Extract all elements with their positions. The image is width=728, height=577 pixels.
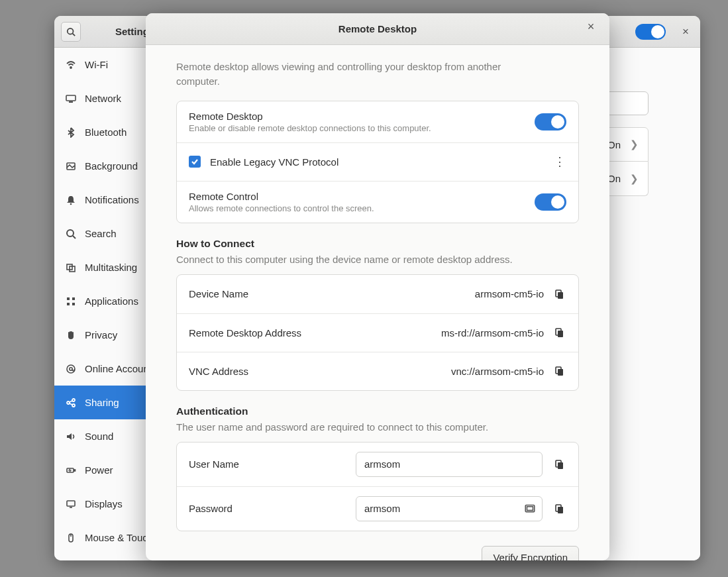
- svg-point-0: [68, 28, 74, 34]
- svg-rect-3: [66, 95, 76, 101]
- row-label: Password: [189, 503, 356, 514]
- svg-rect-4: [69, 101, 73, 103]
- svg-rect-33: [558, 369, 563, 376]
- row-label: Remote Desktop Address: [189, 327, 441, 339]
- bell-icon: [64, 195, 78, 205]
- reveal-password-button[interactable]: [524, 502, 536, 514]
- check-icon: [191, 158, 199, 166]
- row-subtitle: Enable or disable remote desktop connect…: [189, 123, 535, 133]
- sidebar-item-label: Sharing: [85, 397, 119, 408]
- vnc-address-row: VNC Address vnc://armsom-cm5-io: [177, 352, 578, 390]
- svg-point-2: [70, 67, 72, 68]
- copy-vnc-address[interactable]: [552, 364, 566, 378]
- copy-password[interactable]: [552, 501, 566, 516]
- sidebar-item-label: Bluetooth: [85, 127, 127, 138]
- mouse-icon: [64, 533, 78, 543]
- settings-close[interactable]: ×: [678, 25, 694, 38]
- row-subtitle: Allows remote connections to control the…: [189, 203, 535, 213]
- copy-icon: [554, 366, 564, 376]
- background-icon: [64, 161, 78, 172]
- svg-line-1: [73, 33, 76, 36]
- search-icon: [66, 27, 76, 36]
- legacy-vnc-row: Enable Legacy VNC Protocol ⋮: [177, 142, 578, 181]
- remote-desktop-toggle-row: Remote Desktop Enable or disable remote …: [177, 101, 578, 142]
- remote-control-row: Remote Control Allows remote connections…: [177, 181, 578, 223]
- svg-line-20: [70, 401, 72, 402]
- svg-rect-14: [72, 303, 75, 305]
- svg-rect-31: [558, 331, 563, 337]
- how-to-connect-heading: How to Connect: [176, 238, 579, 250]
- dialog-title: Remote Desktop: [338, 23, 417, 34]
- sidebar-item-label: Sound: [85, 431, 113, 442]
- username-input[interactable]: [356, 452, 543, 477]
- svg-point-6: [70, 203, 72, 205]
- password-input[interactable]: [356, 496, 543, 521]
- row-label: Device Name: [189, 288, 475, 299]
- battery-icon: [64, 465, 78, 476]
- dialog-close[interactable]: ×: [583, 20, 599, 34]
- copy-icon: [554, 459, 564, 470]
- sidebar-item-label: Notifications: [85, 194, 139, 205]
- svg-point-7: [67, 230, 74, 236]
- svg-rect-39: [558, 507, 563, 513]
- svg-rect-37: [527, 506, 533, 510]
- remote-desktop-dialog: Remote Desktop × Remote desktop allows v…: [146, 13, 609, 560]
- intro-text: Remote desktop allows viewing and contro…: [176, 60, 521, 89]
- auth-card: User Name Password: [176, 442, 579, 531]
- svg-rect-29: [558, 292, 563, 299]
- search-icon: [64, 229, 78, 239]
- how-to-connect-desc: Connect to this computer using the devic…: [176, 254, 579, 265]
- svg-line-21: [70, 403, 72, 405]
- sidebar-item-label: Network: [85, 93, 121, 104]
- dialog-footer: Verify Encryption: [176, 546, 579, 561]
- remote-desktop-toggle[interactable]: [535, 113, 566, 131]
- auth-desc: The user name and password are required …: [176, 421, 579, 433]
- copy-device-name[interactable]: [552, 287, 566, 301]
- svg-point-17: [67, 401, 70, 404]
- password-row: Password: [177, 486, 578, 531]
- sidebar-item-label: Background: [85, 160, 138, 172]
- svg-rect-35: [558, 462, 563, 469]
- copy-icon: [554, 327, 564, 338]
- toggles-card: Remote Desktop Enable or disable remote …: [176, 101, 579, 223]
- svg-rect-23: [74, 470, 76, 471]
- username-row: User Name: [177, 443, 578, 486]
- reveal-icon: [524, 502, 536, 514]
- search-button[interactable]: [61, 22, 81, 42]
- legacy-vnc-checkbox[interactable]: [189, 156, 201, 168]
- copy-username[interactable]: [552, 457, 566, 472]
- vnc-address-value: vnc://armsom-cm5-io: [451, 366, 544, 377]
- sidebar-item-label: Search: [85, 228, 117, 239]
- sidebar-item-label: Applications: [85, 295, 138, 307]
- dialog-header: Remote Desktop ×: [146, 13, 609, 45]
- svg-point-19: [72, 404, 75, 407]
- sidebar-item-label: Wi-Fi: [85, 59, 108, 70]
- hand-icon: [64, 330, 78, 341]
- svg-line-8: [73, 236, 76, 238]
- copy-rd-address[interactable]: [552, 325, 566, 340]
- sidebar-item-label: Privacy: [85, 329, 117, 341]
- sidebar-item-label: Multitasking: [85, 262, 137, 273]
- share-icon: [64, 397, 78, 408]
- speaker-icon: [64, 431, 78, 442]
- vnc-options-button[interactable]: ⋮: [553, 154, 566, 169]
- device-name-row: Device Name armsom-cm5-io: [177, 275, 578, 313]
- row-title: Remote Desktop: [189, 111, 535, 122]
- copy-icon: [554, 289, 564, 299]
- verify-encryption-button[interactable]: Verify Encryption: [482, 546, 579, 561]
- sharing-master-toggle[interactable]: [635, 24, 666, 40]
- dialog-body: Remote desktop allows viewing and contro…: [146, 45, 609, 560]
- at-icon: [64, 364, 78, 374]
- device-name-value: armsom-cm5-io: [475, 288, 544, 299]
- row-label: VNC Address: [189, 366, 451, 377]
- sidebar-item-label: Power: [85, 464, 113, 476]
- bluetooth-icon: [64, 127, 78, 138]
- svg-rect-13: [67, 303, 70, 305]
- row-label: User Name: [189, 458, 356, 470]
- network-icon: [64, 93, 78, 104]
- svg-rect-12: [72, 297, 75, 300]
- copy-icon: [554, 503, 564, 514]
- chevron-right-icon: ❯: [630, 138, 639, 150]
- sidebar-item-label: Displays: [85, 498, 123, 509]
- remote-control-toggle[interactable]: [535, 193, 566, 211]
